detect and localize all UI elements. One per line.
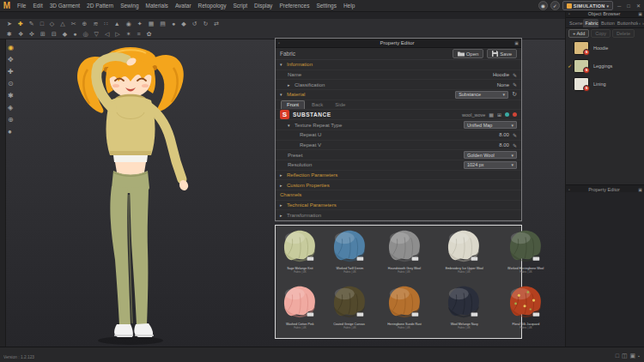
flower-icon[interactable]: ✿ [147,30,152,39]
remove-box-icon[interactable]: ⊟ [52,30,57,39]
orbit-icon[interactable]: ⊕ [8,116,14,124]
menu-avatar[interactable]: Avatar [172,0,195,11]
fabric-item-lining[interactable]: SLining [566,75,644,93]
save-button[interactable]: Save [487,49,517,58]
avatar-tool-icon[interactable]: ▲ [114,20,120,28]
collapse-caret-icon[interactable]: ▸ [280,202,287,208]
focus-icon[interactable]: ⊙ [8,80,14,87]
menu-2d-pattern[interactable]: 2D Pattern [83,0,117,11]
panel-float-icon[interactable]: ▣ [635,187,644,192]
avatar-illustration[interactable] [34,44,223,346]
panel-dock-icon[interactable]: ▫ [276,40,283,45]
menu-sewing[interactable]: Sewing [117,0,142,11]
add-fabric-button[interactable]: + Add [568,29,589,38]
material-tab-back[interactable]: Back [307,101,328,109]
swatch-worked-twill-denim[interactable]: Worked Twill DenimFabric | 4K [323,226,375,282]
avatar-pose-icon[interactable]: ◉ [8,44,14,51]
curve-tool-icon[interactable]: △ [60,20,64,28]
list-icon[interactable]: ≡ [137,30,141,39]
edit-pencil-icon[interactable]: ✎ [513,132,517,138]
resolution-dropdown[interactable]: 1024 px▾ [464,161,517,169]
burst-icon[interactable]: ✱ [8,92,14,100]
panel-dock-icon[interactable]: ▫ [566,187,573,192]
close-button[interactable]: ✕ [635,3,642,9]
edit-pencil-icon[interactable]: ✎ [513,142,517,148]
collapse-caret-icon[interactable]: ▸ [280,172,287,178]
menu-preferences[interactable]: Preferences [276,0,313,11]
menu-edit[interactable]: Edit [29,0,46,11]
add-map-icon[interactable]: ⊞ [497,112,501,118]
object-browser-tab-scene[interactable]: Scene [567,19,583,27]
material-tab-front[interactable]: Front [281,100,305,109]
undo-icon[interactable]: ↺ [192,20,197,28]
swatch-wool-melange-navy[interactable]: Wool Melange NavyFabric | 4K [433,282,496,338]
swatch-coated-greige-canvas[interactable]: Coated Greige CanvasFabric | 4K [323,282,375,338]
solid-dot-icon[interactable]: ● [73,30,76,39]
preset-dropdown[interactable]: Golden Wool▾ [464,151,517,159]
user-icon[interactable]: ◉ [538,1,548,10]
scissors-icon[interactable]: ✂ [71,20,76,28]
menu-settings[interactable]: Settings [313,0,340,11]
object-browser-tab-button[interactable]: Button [598,19,615,27]
layers-icon[interactable]: ▤ [160,20,166,28]
collapse-caret-icon[interactable]: ▾ [280,62,287,67]
redo-icon[interactable]: ↻ [203,20,208,28]
move-icon[interactable]: ✥ [8,56,14,63]
layout-split-icon[interactable]: ◫ [622,353,628,359]
layout-grid-icon[interactable]: ▣ [630,353,636,359]
swatch-floral-silk-jacquard[interactable]: Floral Silk JacquardFabric | 4K [495,282,556,338]
grid-icon[interactable]: ▦ [149,20,155,28]
select-tool-icon[interactable]: ➤ [7,20,12,28]
copy-fabric-button[interactable]: Copy [591,29,611,38]
ornament-tool-icon[interactable]: ❖ [18,30,23,39]
rectangle-tool-icon[interactable]: □ [40,20,44,28]
teal-channel-icon[interactable] [505,112,509,117]
left-tri-icon[interactable]: ◁ [105,30,109,39]
remove-substance-icon[interactable] [513,112,517,117]
menu-display[interactable]: Display [251,0,276,11]
collapse-caret-icon[interactable]: ▸ [280,183,287,188]
collapse-caret-icon[interactable]: ▾ [280,92,287,97]
collapse-caret-icon[interactable]: ▸ [288,82,295,87]
texture-repeat-type-dropdown[interactable]: Unified Map▾ [464,121,517,129]
cross-tool-icon[interactable]: ✜ [29,30,34,39]
target-icon[interactable]: ◉ [126,20,131,28]
diamond-icon[interactable]: ◆ [181,20,185,28]
edit-pencil-icon[interactable]: ✎ [513,81,517,87]
free-sew-icon[interactable]: ≋ [93,20,98,28]
delete-fabric-button[interactable]: Delete [612,29,635,38]
solid-diamond-icon[interactable]: ◆ [63,30,67,39]
down-tri-icon[interactable]: ▽ [94,30,99,39]
add-box-icon[interactable]: ⊞ [40,30,46,39]
object-browser-tab-fabric[interactable]: Fabric [583,19,598,27]
edit-pattern-icon[interactable]: ✎ [29,20,34,28]
maximize-button[interactable]: □ [625,3,632,9]
resize-grip-icon[interactable]: ▪ [638,353,640,359]
texture-grid-icon[interactable]: ▦ [489,112,494,118]
add-tool-icon[interactable]: ✚ [18,20,23,28]
dot-icon[interactable]: ● [172,20,175,28]
polygon-tool-icon[interactable]: ◇ [50,20,54,28]
material-dropdown[interactable]: Substance▾ [455,91,508,99]
menu-help[interactable]: Help [340,0,358,11]
ring-icon[interactable]: ◎ [82,30,88,39]
add-icon[interactable]: ✚ [8,68,14,75]
swap-icon[interactable]: ⇄ [214,20,219,28]
dot-icon[interactable]: ● [8,128,14,136]
menu-materials[interactable]: Materials [143,0,172,11]
object-browser-tab-buttonhole[interactable]: Buttonhole [615,19,638,27]
gizmo-icon[interactable]: ◈ [8,104,14,112]
minimize-button[interactable]: ─ [616,3,623,9]
refresh-icon[interactable]: ↻ [512,91,517,98]
menu-file[interactable]: File [14,0,29,11]
asterisk-tool-icon[interactable]: ✱ [7,30,12,39]
right-tri-icon[interactable]: ▷ [115,30,119,39]
collapse-caret-icon[interactable]: ▸ [280,213,287,218]
swatch-washed-cotton-pink[interactable]: Washed Cotton PinkFabric | 4K [276,282,323,338]
sync-check-icon[interactable]: ✓ [550,1,560,10]
material-tab-side[interactable]: Side [330,101,350,109]
fabric-item-leggings[interactable]: ✓SLeggings [566,57,644,75]
collapse-caret-icon[interactable]: ▾ [288,123,295,128]
panel-float-icon[interactable]: ▣ [512,40,521,45]
fabric-item-hoodie[interactable]: SHoodie [566,39,644,57]
